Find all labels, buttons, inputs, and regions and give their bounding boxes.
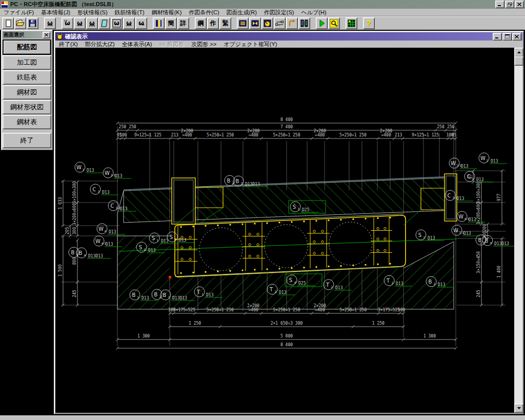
svg-text:3: 3 xyxy=(168,295,170,299)
palette-item-4[interactable]: 鋼材形状図 xyxy=(3,100,51,114)
section-marks-button[interactable]: ω xyxy=(86,17,98,29)
menu-item-6[interactable]: 図面生成(R) xyxy=(223,8,260,17)
bars-button[interactable] xyxy=(153,17,165,29)
bowtie-button[interactable] xyxy=(249,17,261,29)
svg-text:B: B xyxy=(154,292,158,297)
svg-text:100: 100 xyxy=(398,308,406,312)
scroll-up-button[interactable] xyxy=(514,48,523,57)
viewer-menu-item-2[interactable]: 全体表示(A) xyxy=(118,40,156,49)
menu-item-0[interactable]: ファイル(F) xyxy=(0,8,37,17)
section-plain-button[interactable]: ω xyxy=(74,17,86,29)
columns-button[interactable] xyxy=(298,17,310,29)
section-arrow-button[interactable]: ω xyxy=(135,17,147,29)
viewer-maximize-button[interactable] xyxy=(502,33,512,41)
svg-text:5×250=1 250: 5×250=1 250 xyxy=(273,308,300,312)
restore-button[interactable] xyxy=(505,1,514,8)
section-box-button[interactable]: ω xyxy=(111,17,123,29)
palette-close-button[interactable] xyxy=(43,32,50,38)
svg-text:213: 213 xyxy=(395,133,402,137)
svg-text:213: 213 xyxy=(171,133,179,137)
viewer-menu-item-5[interactable]: オブジェクト複写(Y) xyxy=(220,40,280,49)
vertical-scrollbar[interactable] xyxy=(514,48,522,413)
svg-text:B: B xyxy=(79,250,83,256)
menu-item-3[interactable]: 鉄筋情報(T) xyxy=(111,8,148,17)
section-quote-button[interactable]: ω xyxy=(62,17,73,29)
svg-text:S: S xyxy=(139,245,142,250)
menu-item-5[interactable]: 作図条件(C) xyxy=(185,8,223,17)
tension-button[interactable]: 緊 xyxy=(219,17,231,29)
detail-button[interactable]: 詳 xyxy=(177,17,189,29)
palette-exit-button[interactable]: 終了 xyxy=(3,133,51,148)
section-button[interactable]: ω xyxy=(44,17,56,29)
steel-button[interactable]: 鋼 xyxy=(195,17,207,29)
bar-mark: W3-1D13 xyxy=(449,158,477,169)
svg-text:S: S xyxy=(152,235,155,241)
svg-text:1 300: 1 300 xyxy=(137,334,150,338)
menu-item-2[interactable]: 形状情報(S) xyxy=(74,8,111,17)
gauge-button[interactable] xyxy=(261,17,273,29)
page-button[interactable] xyxy=(98,17,110,29)
palette-item-5[interactable]: 鋼材表 xyxy=(3,115,51,129)
svg-text:C: C xyxy=(448,193,451,198)
run-button[interactable] xyxy=(316,17,328,29)
save-button[interactable] xyxy=(27,17,38,29)
svg-text:1 500: 1 500 xyxy=(58,264,63,276)
svg-text:B: B xyxy=(71,250,75,255)
search-button[interactable] xyxy=(328,17,340,29)
svg-text:D13: D13 xyxy=(461,164,469,169)
svg-text:D13: D13 xyxy=(161,239,169,244)
help-button[interactable]: ?? xyxy=(363,17,375,29)
menu-item-4[interactable]: 鋼材情報(K) xyxy=(148,8,186,17)
palette-item-0[interactable]: 配筋図 xyxy=(3,39,51,55)
svg-text:W: W xyxy=(105,170,110,176)
viewer-menu-bar: 終了(X)部分拡大(Z)全体表示(A)<< 前図形次図形 >>オブジェクト複写(… xyxy=(55,41,522,48)
svg-text:1 250: 1 250 xyxy=(372,321,385,326)
scroll-down-button[interactable] xyxy=(514,404,523,413)
palette-item-3[interactable]: 鋼材図 xyxy=(3,85,51,99)
make-button[interactable]: 作 xyxy=(207,17,219,29)
viewer-minimize-button[interactable] xyxy=(493,33,502,41)
viewer-menu-item-1[interactable]: 部分拡大(Z) xyxy=(82,40,118,49)
menu-item-7[interactable]: 作図設定(S) xyxy=(260,8,298,17)
svg-text:250: 250 xyxy=(447,125,455,129)
svg-text:1 033: 1 033 xyxy=(58,197,63,209)
simple-button[interactable]: 簡 xyxy=(165,17,177,29)
svg-text:1: 1 xyxy=(83,168,85,171)
scroll-thumb[interactable] xyxy=(514,56,523,66)
exchange-button[interactable] xyxy=(274,17,286,29)
svg-text:S: S xyxy=(289,277,292,283)
new-button[interactable] xyxy=(2,17,14,29)
close-button[interactable] xyxy=(515,1,524,8)
lines-button[interactable] xyxy=(237,17,249,29)
drawing-canvas[interactable]: 8 4002502507 400250250951009×125=1 12521… xyxy=(55,48,515,413)
menu-item-1[interactable]: 基本情報(J) xyxy=(37,8,74,17)
svg-text:3×200=600: 3×200=600 xyxy=(72,203,77,226)
section-plain2-button[interactable]: ω xyxy=(123,17,135,29)
svg-text:1: 1 xyxy=(202,292,204,296)
window-bottom-edge xyxy=(0,415,525,420)
svg-text:D13: D13 xyxy=(106,242,113,247)
svg-text:250: 250 xyxy=(129,125,136,129)
bend-arrow-button[interactable] xyxy=(286,17,298,29)
palette-title: 画面選択 xyxy=(4,31,42,38)
svg-text:D13: D13 xyxy=(335,286,343,290)
viewer-menu-item-3: << 前図形 xyxy=(155,40,188,49)
open-button[interactable] xyxy=(14,17,26,29)
palette-item-2[interactable]: 鉄筋表 xyxy=(3,70,51,85)
svg-text:D13: D13 xyxy=(476,177,484,182)
menu-item-8[interactable]: ヘルプ(H) xyxy=(298,8,330,17)
svg-text:S: S xyxy=(170,234,173,240)
palette-item-1[interactable]: 加工図 xyxy=(3,55,51,70)
svg-text:W: W xyxy=(451,161,456,166)
svg-text:S: S xyxy=(418,232,421,238)
minimize-button[interactable] xyxy=(495,1,504,8)
svg-text:4: 4 xyxy=(84,253,86,257)
viewer-close-button[interactable] xyxy=(512,33,521,41)
svg-text:T: T xyxy=(196,289,200,295)
table-button[interactable] xyxy=(346,17,357,29)
viewer-menu-item-4[interactable]: 次図形 >> xyxy=(188,40,220,49)
viewer-menu-item-0[interactable]: 終了(X) xyxy=(55,40,82,49)
svg-text:4: 4 xyxy=(294,281,296,284)
svg-text:B: B xyxy=(227,178,231,184)
svg-text:S: S xyxy=(293,204,296,210)
